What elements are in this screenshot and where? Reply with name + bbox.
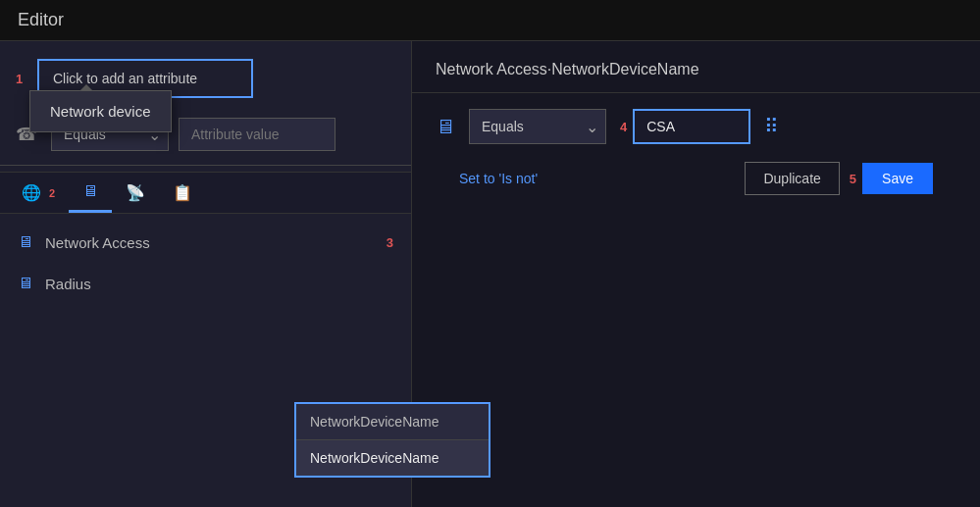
globe-icon: 🌐 <box>22 183 41 202</box>
step-1-badge: 1 <box>16 72 29 86</box>
editor-container: Editor 1 Click to add an attribute ☎ Equ… <box>0 0 980 507</box>
dropdown-item-networkdevicename[interactable]: NetworkDeviceName <box>296 440 489 476</box>
attribute-value-input[interactable] <box>179 118 335 151</box>
tab-doc[interactable]: 📋 <box>159 174 206 212</box>
radius-label: Radius <box>45 276 91 292</box>
network-device-tooltip: Network device <box>29 90 172 132</box>
csa-input[interactable] <box>633 109 750 144</box>
step-4-badge: 4 <box>620 120 627 134</box>
grid-icon[interactable]: ⠿ <box>764 115 779 138</box>
save-button[interactable]: Save <box>862 163 933 194</box>
save-btn-wrapper: 5 Save <box>850 163 933 194</box>
left-panel: 1 Click to add an attribute ☎ Equals 🌐 2 <box>0 41 412 507</box>
right-equals-wrapper: Equals <box>469 109 606 144</box>
step-3-badge: 3 <box>387 235 393 250</box>
right-equals-select[interactable]: Equals <box>469 109 606 144</box>
page-title: Editor <box>0 0 980 41</box>
main-container: 1 Click to add an attribute ☎ Equals 🌐 2 <box>0 41 980 507</box>
value-input-wrapper: 4 <box>620 109 750 144</box>
right-content: 🖥 Equals 4 ⠿ Set to 'Is not' <box>412 93 980 211</box>
set-is-not-link[interactable]: Set to 'Is not' <box>459 171 538 186</box>
network-icon: 📡 <box>126 183 145 202</box>
dropdown-header: NetworkDeviceName <box>296 404 489 440</box>
step-5-badge: 5 <box>850 172 856 186</box>
duplicate-button[interactable]: Duplicate <box>745 162 839 195</box>
right-header-text: Network Access·NetworkDeviceName <box>436 61 699 77</box>
list-item-radius[interactable]: 🖥 Radius <box>0 263 411 304</box>
radius-icon: 🖥 <box>18 275 33 292</box>
network-device-dropdown: NetworkDeviceName NetworkDeviceName <box>294 402 490 478</box>
tab-bar: 🌐 2 🖥 📡 📋 <box>0 172 411 214</box>
network-access-label: Network Access <box>45 234 150 251</box>
separator <box>0 165 411 166</box>
tab-globe[interactable]: 🌐 2 <box>8 174 69 212</box>
tooltip-text: Network device <box>50 103 151 120</box>
monitor-icon-right: 🖥 <box>436 116 455 138</box>
tab-network[interactable]: 📡 <box>112 174 159 212</box>
right-panel: Network Access·NetworkDeviceName 🖥 Equal… <box>412 41 980 507</box>
tab-monitor[interactable]: 🖥 <box>69 173 112 213</box>
action-buttons: Duplicate 5 Save <box>745 162 933 195</box>
list-item-network-access[interactable]: 🖥 Network Access 3 <box>0 222 411 263</box>
network-access-icon: 🖥 <box>18 233 33 251</box>
tab-globe-badge: 2 <box>49 187 55 199</box>
monitor-icon: 🖥 <box>82 182 98 200</box>
right-header: Network Access·NetworkDeviceName <box>412 41 980 93</box>
doc-icon: 📋 <box>173 183 192 202</box>
bottom-actions: Set to 'Is not' Duplicate 5 Save <box>436 162 956 195</box>
right-equals-row: 🖥 Equals 4 ⠿ <box>436 109 956 144</box>
